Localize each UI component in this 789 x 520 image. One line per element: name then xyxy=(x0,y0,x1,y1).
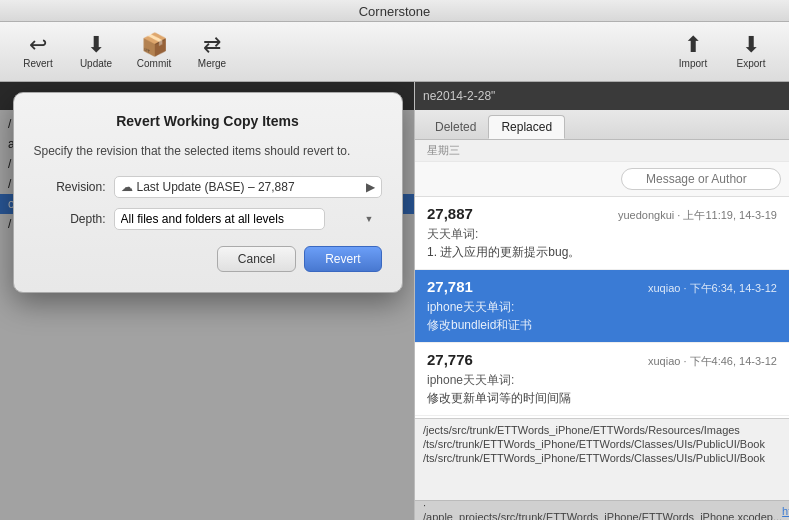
revision-toggle-icon: ☁ xyxy=(121,180,133,194)
commit-title: iphone天天单词: xyxy=(427,299,777,316)
table-row[interactable]: 27,887 yuedongkui · 上午11:19, 14-3-19 天天单… xyxy=(415,197,789,270)
search-bar xyxy=(415,162,789,197)
cancel-button[interactable]: Cancel xyxy=(217,246,296,272)
file-list: /jects/src/trunk/ETTWords_iPhone/ETTWord… xyxy=(415,418,789,500)
table-row[interactable]: 27,776 xuqiao · 下午4:46, 14-3-12 iphone天天… xyxy=(415,343,789,416)
revision-field[interactable]: ☁ Last Update (BASE) – 27,887 ▶ xyxy=(114,176,382,198)
tab-bar: Deleted Replaced xyxy=(415,110,789,140)
commit-body: 修改更新单词等的时间间隔 xyxy=(427,390,777,407)
date-text: 星期三 xyxy=(427,144,460,156)
update-icon: ⬇ xyxy=(87,34,105,56)
commit-label: Commit xyxy=(137,58,171,69)
date-header: 星期三 xyxy=(415,140,789,162)
modal-overlay: Revert Working Copy Items Specify the re… xyxy=(0,82,415,520)
app-title: Cornerstone xyxy=(359,4,431,19)
modal-title: Revert Working Copy Items xyxy=(34,113,382,129)
depth-select[interactable]: All files and folders at all levels Only… xyxy=(114,208,325,230)
revert-icon: ↩ xyxy=(29,34,47,56)
commit-icon: 📦 xyxy=(141,34,168,56)
main-area: / apple_projects apple_projects / a / ap… xyxy=(0,82,789,520)
list-item: /ts/src/trunk/ETTWords_iPhone/ETTWords/C… xyxy=(423,437,781,451)
import-button[interactable]: ⬆ Import xyxy=(665,27,721,77)
export-button[interactable]: ⬇ Export xyxy=(723,27,779,77)
modal-revert-button[interactable]: Revert xyxy=(304,246,381,272)
status-bar: · /apple_projects/src/trunk/ETTWords_iPh… xyxy=(415,500,789,520)
status-text: · /apple_projects/src/trunk/ETTWords_iPh… xyxy=(423,499,782,521)
commit-rev: 27,776 xyxy=(427,351,473,368)
right-panel: ne2014-2-28" Deleted Replaced 星期三 27,887… xyxy=(415,82,789,520)
list-item: /ts/src/trunk/ETTWords_iPhone/ETTWords/C… xyxy=(423,451,781,465)
header-text: ne2014-2-28" xyxy=(423,89,495,103)
toolbar-right-group: ⬆ Import ⬇ Export xyxy=(665,27,779,77)
commit-meta: xuqiao · 下午6:34, 14-3-12 xyxy=(648,281,777,296)
commit-body: 1. 进入应用的更新提示bug。 xyxy=(427,244,777,261)
commit-meta: yuedongkui · 上午11:19, 14-3-19 xyxy=(618,208,777,223)
right-header: ne2014-2-28" xyxy=(415,82,789,110)
revision-value: Last Update (BASE) – 27,887 xyxy=(137,180,362,194)
import-icon: ⬆ xyxy=(684,34,702,56)
search-wrapper xyxy=(621,168,781,190)
depth-row: Depth: All files and folders at all leve… xyxy=(34,208,382,230)
tab-deleted[interactable]: Deleted xyxy=(423,116,488,138)
export-label: Export xyxy=(737,58,766,69)
commit-title: 天天单词: xyxy=(427,226,777,243)
search-input[interactable] xyxy=(621,168,781,190)
revert-modal: Revert Working Copy Items Specify the re… xyxy=(13,92,403,293)
commit-meta: xuqiao · 下午4:46, 14-3-12 xyxy=(648,354,777,369)
tab-replaced[interactable]: Replaced xyxy=(488,115,565,139)
commit-button[interactable]: 📦 Commit xyxy=(126,27,182,77)
toolbar-left-group: ↩ Revert ⬇ Update 📦 Commit ⇄ Merge xyxy=(10,27,240,77)
list-item: /jects/src/trunk/ETTWords_iPhone/ETTWord… xyxy=(423,423,781,437)
watermark-text: http://blog.csdn.net/yuedong xyxy=(782,505,789,517)
commit-header: 27,776 xuqiao · 下午4:46, 14-3-12 xyxy=(427,351,777,369)
table-row[interactable]: 27,781 xuqiao · 下午6:34, 14-3-12 iphone天天… xyxy=(415,270,789,343)
update-label: Update xyxy=(80,58,112,69)
revert-button[interactable]: ↩ Revert xyxy=(10,27,66,77)
commit-rev: 27,781 xyxy=(427,278,473,295)
depth-label: Depth: xyxy=(34,212,114,226)
update-button[interactable]: ⬇ Update xyxy=(68,27,124,77)
revision-arrow-icon: ▶ xyxy=(366,180,375,194)
merge-button[interactable]: ⇄ Merge xyxy=(184,27,240,77)
left-sidebar: / apple_projects apple_projects / a / ap… xyxy=(0,82,415,520)
revision-label: Revision: xyxy=(34,180,114,194)
modal-buttons: Cancel Revert xyxy=(34,246,382,272)
toolbar: ↩ Revert ⬇ Update 📦 Commit ⇄ Merge ⬆ Imp… xyxy=(0,22,789,82)
depth-select-wrapper: All files and folders at all levels Only… xyxy=(114,208,382,230)
commit-list: 27,887 yuedongkui · 上午11:19, 14-3-19 天天单… xyxy=(415,197,789,418)
modal-description: Specify the revision that the selected i… xyxy=(34,143,382,160)
merge-icon: ⇄ xyxy=(203,34,221,56)
commit-body: 修改bundleid和证书 xyxy=(427,317,777,334)
merge-label: Merge xyxy=(198,58,226,69)
commit-header: 27,887 yuedongkui · 上午11:19, 14-3-19 xyxy=(427,205,777,223)
commit-header: 27,781 xuqiao · 下午6:34, 14-3-12 xyxy=(427,278,777,296)
revert-label: Revert xyxy=(23,58,52,69)
commit-title: iphone天天单词: xyxy=(427,372,777,389)
import-label: Import xyxy=(679,58,707,69)
title-bar: Cornerstone xyxy=(0,0,789,22)
export-icon: ⬇ xyxy=(742,34,760,56)
commit-rev: 27,887 xyxy=(427,205,473,222)
revision-row: Revision: ☁ Last Update (BASE) – 27,887 … xyxy=(34,176,382,198)
